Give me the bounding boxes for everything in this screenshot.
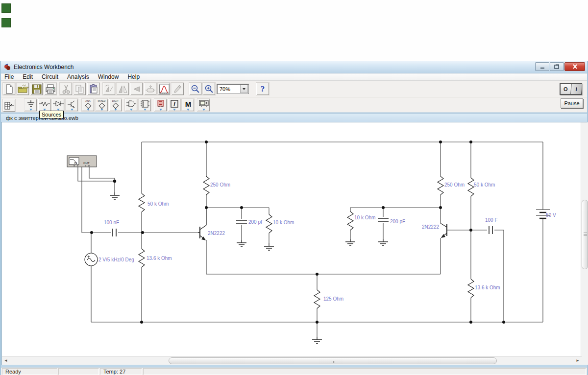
svg-text:2 V/5 kHz/0 Deg: 2 V/5 kHz/0 Deg — [98, 257, 134, 262]
zoom-in-button[interactable] — [202, 82, 216, 95]
instruments-icon — [198, 100, 209, 108]
mixed-ic-diamond-icon — [98, 102, 106, 109]
menu-file[interactable]: File — [1, 73, 18, 81]
desktop-icon[interactable] — [1, 18, 11, 27]
help-button[interactable]: ? — [256, 82, 270, 95]
parts-bin-toolbar: ANA MIXED DIGIT — [1, 97, 587, 113]
minimize-button[interactable] — [535, 62, 549, 71]
basic-bin-button[interactable] — [38, 98, 51, 112]
svg-text:f: f — [173, 101, 176, 107]
power-switch[interactable]: O I — [560, 83, 582, 95]
display-graphs-button[interactable] — [157, 82, 171, 95]
instruments-bin-button[interactable] — [197, 98, 210, 112]
chevron-down-icon — [187, 109, 190, 111]
horizontal-scrollbar[interactable]: ◄ ► — [2, 356, 582, 365]
svg-text:200 pF: 200 pF — [390, 219, 405, 224]
scroll-left-arrow-icon[interactable]: ◄ — [4, 358, 8, 363]
favorites-bin-button[interactable] — [2, 99, 16, 112]
pause-button[interactable]: Pause — [561, 98, 583, 108]
resistor-13k6-left[interactable] — [139, 249, 145, 267]
resistor-250-right[interactable] — [438, 176, 443, 195]
resistor-10k-right[interactable] — [347, 211, 353, 230]
capacitor-200pF-left[interactable] — [236, 220, 247, 223]
capacitor-200pF-right[interactable] — [378, 218, 389, 221]
maximize-button[interactable] — [550, 62, 564, 71]
flip-vertical-button[interactable] — [130, 82, 143, 95]
zoom-dropdown-button[interactable] — [240, 85, 248, 93]
open-file-button[interactable] — [16, 82, 29, 95]
vertical-scrollbar-thumb[interactable] — [582, 200, 588, 269]
paste-button[interactable] — [87, 82, 100, 95]
mixed-ics-bin-button[interactable]: MIXED — [95, 98, 108, 112]
transistors-bin-button[interactable] — [65, 98, 78, 112]
logic-gates-bin-button[interactable] — [124, 98, 138, 112]
copy-button[interactable] — [73, 82, 86, 95]
ground-symbols[interactable] — [110, 192, 388, 344]
logic-gate-icon — [126, 100, 137, 108]
resistor-10k-left[interactable] — [266, 214, 272, 233]
chevron-down-icon — [202, 109, 205, 111]
menu-circuit[interactable]: Circuit — [37, 73, 63, 81]
zoom-out-button[interactable] — [189, 82, 202, 95]
chevron-down-icon — [71, 109, 74, 111]
miscellaneous-icon: M — [184, 100, 193, 108]
print-button[interactable] — [44, 82, 57, 95]
horizontal-scrollbar-thumb[interactable] — [169, 357, 497, 364]
open-folder-icon — [18, 84, 28, 94]
instrument-in-label: IN — [74, 162, 77, 164]
sources-icon — [26, 100, 36, 109]
svg-text:13.6 k Ohm: 13.6 k Ohm — [475, 285, 500, 290]
chevron-down-icon — [173, 109, 176, 111]
create-subcircuit-button[interactable] — [144, 82, 157, 95]
menu-edit[interactable]: Edit — [18, 73, 37, 81]
analog-ics-bin-button[interactable]: ANA — [81, 98, 95, 112]
save-button[interactable] — [30, 82, 43, 95]
diodes-bin-button[interactable] — [51, 98, 65, 112]
resistor-icon — [39, 100, 50, 108]
paste-clipboard-icon — [89, 84, 98, 94]
bode-plotter-instrument[interactable]: IN OUT — [67, 156, 97, 167]
capacitor-100F[interactable] — [489, 226, 492, 234]
resistor-125[interactable] — [314, 290, 320, 308]
chevron-down-icon — [130, 109, 133, 111]
transistor-2N2222-left[interactable] — [198, 208, 206, 241]
resistor-50k-left[interactable] — [139, 193, 145, 212]
capacitor-100nF[interactable] — [113, 229, 116, 236]
app-logo-icon — [4, 64, 11, 71]
power-off-label: O — [561, 84, 571, 94]
resistor-50k-right[interactable] — [468, 178, 474, 196]
vertical-scrollbar[interactable] — [581, 122, 588, 365]
save-icon — [32, 84, 42, 94]
electronics-workbench-window: Electronics Workbench File Edit Circuit … — [0, 61, 588, 375]
scroll-right-arrow-icon[interactable]: ► — [576, 358, 580, 363]
chevron-down-icon — [29, 109, 32, 111]
resistor-13k6-right[interactable] — [468, 279, 474, 298]
new-document-button[interactable] — [2, 82, 16, 95]
circuit-canvas[interactable]: IN OUT 50 k Oh — [1, 122, 588, 365]
controls-bin-button[interactable]: f — [168, 98, 181, 112]
copy-icon — [75, 84, 85, 94]
resistor-250-left[interactable] — [203, 176, 209, 195]
title-bar[interactable]: Electronics Workbench — [1, 61, 587, 73]
indicators-bin-button[interactable] — [154, 98, 167, 112]
rotate-button[interactable] — [102, 82, 116, 95]
ac-voltage-source[interactable] — [85, 253, 98, 266]
zoom-level-select[interactable]: 70% — [217, 84, 249, 94]
desktop-icon[interactable] — [1, 3, 11, 13]
transistor-2N2222-right[interactable] — [441, 223, 447, 238]
digital-ic-diamond-icon — [112, 102, 120, 109]
transistor-icon — [67, 100, 77, 109]
cut-button[interactable] — [59, 82, 73, 95]
close-button[interactable] — [564, 62, 585, 71]
menu-analysis[interactable]: Analysis — [63, 73, 94, 81]
graphs-icon — [159, 84, 170, 94]
miscellaneous-bin-button[interactable]: M — [181, 98, 195, 112]
digital-ics-bin-button[interactable]: DIGIT — [109, 98, 122, 112]
component-properties-button[interactable] — [171, 82, 184, 95]
menu-help[interactable]: Help — [123, 73, 144, 81]
flip-horizontal-button[interactable] — [116, 82, 129, 95]
chevron-down-icon — [159, 109, 162, 111]
sources-bin-button[interactable] — [24, 98, 37, 112]
digital-bin-button[interactable] — [138, 98, 151, 112]
menu-window[interactable]: Window — [94, 73, 123, 81]
